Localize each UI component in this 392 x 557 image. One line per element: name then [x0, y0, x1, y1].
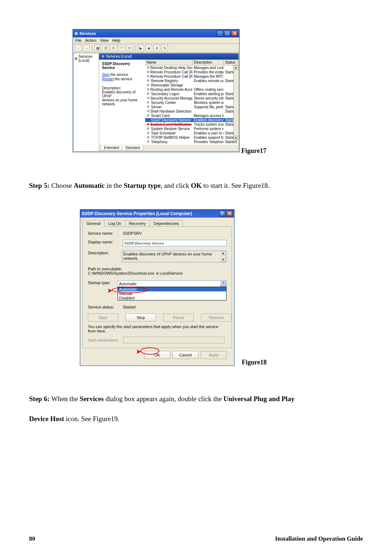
restart-link[interactable]: Restart	[102, 77, 114, 81]
service-row[interactable]: ⚙TelephonyProvides Telephony ...Started	[145, 140, 238, 144]
service-row[interactable]: ⚙ServerSupports file, print, a...Started	[145, 105, 238, 109]
description-box[interactable]: Enables discovery of UPnP devices on you…	[122, 251, 226, 262]
gear-icon: ⚙	[147, 109, 150, 113]
start-service-icon[interactable]: ▶	[138, 45, 144, 51]
col-description[interactable]: Description	[192, 60, 224, 65]
start-button[interactable]: Start	[88, 314, 118, 322]
pause-service-icon[interactable]: ⏸	[154, 45, 160, 51]
service-row[interactable]: ⚙Smart CardManages access to s...	[145, 113, 238, 118]
service-row[interactable]: ⚙TelnetEnables a remote us...	[145, 144, 238, 145]
detail-service-name: SSDP Discovery Service	[102, 62, 143, 70]
step6-text: Step 6: When the Services dialog box app…	[29, 389, 363, 429]
export-icon[interactable]: ⎘	[110, 45, 117, 51]
service-row[interactable]: ⚙SSDP Discovery ServiceEnables discovery…	[145, 118, 238, 122]
properties-icon[interactable]: ☰	[102, 45, 109, 51]
toolbar: ← → ▦ ☰ ⎘ ? ⟳ ▶ ■ ⏸ ↻	[73, 43, 239, 53]
gear-icon: ⚙	[147, 114, 150, 117]
close-button[interactable]: ✕	[231, 31, 238, 36]
gear-icon: ⚙	[147, 136, 150, 139]
display-name-label: Display name:	[88, 240, 123, 244]
properties-dialog: SSDP Discovery Service Properties (Local…	[80, 209, 234, 366]
tab-dependencies[interactable]: Dependencies	[150, 220, 183, 227]
vertical-scrollbar[interactable]: ▲ ▼	[233, 65, 238, 140]
gear-icon: ⚙	[147, 70, 150, 74]
page-number: 80	[29, 535, 35, 542]
help-icon[interactable]: ?	[118, 45, 125, 51]
service-row[interactable]: ⚙Remote RegistryEnables remote user...St…	[145, 78, 238, 83]
help-button[interactable]: ?	[219, 211, 225, 217]
stop-button[interactable]: Stop	[126, 314, 156, 322]
startup-type-combo[interactable]: Automatic ▼	[118, 280, 226, 287]
scroll-up-icon[interactable]: ▲	[221, 251, 225, 255]
pause-button[interactable]: Pause	[163, 314, 194, 322]
display-name-input[interactable]	[123, 240, 226, 246]
service-row[interactable]: ⚙Routing and Remote AccessOffers routing…	[145, 87, 238, 92]
stop-link[interactable]: Stop	[102, 73, 110, 77]
toolbar-icon[interactable]: ▦	[94, 45, 101, 51]
service-row[interactable]: ⚙Removable Storage	[145, 83, 238, 87]
service-status-value: Started	[123, 305, 226, 309]
col-status[interactable]: Status	[224, 60, 238, 65]
figure17-label: Figure17	[241, 147, 363, 155]
figure18-container: SSDP Discovery Service Properties (Local…	[80, 209, 363, 366]
description-line: devices on your home network.	[102, 98, 143, 106]
refresh-icon[interactable]: ⟳	[126, 45, 133, 51]
tab-recovery[interactable]: Recovery	[125, 220, 150, 227]
maximize-button[interactable]: □	[224, 31, 230, 36]
tab-extended[interactable]: Extended	[101, 145, 122, 150]
page-footer: 80 Installation and Operation Guide	[29, 535, 363, 542]
service-row[interactable]: ⚙Remote Procedure Call (RPC)Provides the…	[145, 70, 238, 74]
description-line: Enables discovery of UPnP	[102, 90, 143, 98]
stop-service-icon[interactable]: ■	[146, 45, 152, 51]
menu-action[interactable]: Action	[85, 38, 97, 43]
service-row[interactable]: ⚙TCP/IP NetBIOS HelperEnables support fo…	[145, 135, 238, 140]
menu-help[interactable]: Help	[112, 38, 121, 43]
gear-icon: ⚙	[147, 105, 150, 109]
menu-file[interactable]: File	[75, 38, 82, 43]
service-row[interactable]: ⚙Secondary LogonEnables starting pro...S…	[145, 92, 238, 96]
gear-icon: ⚙	[147, 66, 150, 69]
service-row[interactable]: ⚙Remote Procedure Call (RPC)...Manages t…	[145, 74, 238, 78]
menu-view[interactable]: View	[100, 38, 109, 43]
parameters-note: You can specify the start parameters tha…	[88, 324, 226, 333]
services-window: ⚙ Services _ □ ✕ File Action View Help ←…	[73, 29, 240, 152]
service-row[interactable]: ⚙Shell Hardware DetectionStarted	[145, 109, 238, 113]
service-name-value: SSDPSRV	[123, 231, 226, 235]
red-arrow-annotation: ➤	[136, 348, 141, 355]
tab-logon[interactable]: Log On	[104, 220, 125, 227]
close-button[interactable]: ✕	[226, 211, 233, 217]
option-disabled[interactable]: Disabled	[118, 296, 226, 300]
resume-button[interactable]: Resume	[201, 314, 232, 322]
tab-standard[interactable]: Standard	[122, 145, 143, 150]
scroll-down-icon[interactable]: ▼	[234, 136, 238, 140]
gear-icon: ⚙	[147, 96, 150, 100]
tab-general[interactable]: General	[82, 220, 105, 227]
footer-title: Installation and Operation Guide	[275, 535, 363, 542]
service-row[interactable]: ⚙Security CenterMonitors system sec...	[145, 100, 238, 105]
service-row[interactable]: ⚙Security Accounts ManagerStores securit…	[145, 96, 238, 100]
service-row[interactable]: ⚙System Restore ServicePerforms system r…	[145, 126, 238, 131]
dialog-tabs: General Log On Recovery Dependencies	[82, 220, 232, 227]
scroll-up-icon[interactable]: ▲	[234, 65, 238, 70]
start-parameters-input[interactable]	[123, 337, 225, 343]
tree-services-local[interactable]: ⚙ Services (Local)	[74, 55, 98, 62]
column-headers: Name Description Status	[145, 60, 238, 65]
cancel-button[interactable]: Cancel	[172, 351, 199, 359]
service-status-label: Service status:	[88, 305, 123, 309]
service-row[interactable]: ⚙Remote Desktop Help Sessio...Manages an…	[145, 65, 238, 70]
minimize-button[interactable]: _	[217, 31, 223, 36]
service-list: Name Description Status ⚙Remote Desktop …	[145, 60, 238, 145]
scroll-down-icon[interactable]: ▼	[221, 258, 225, 262]
chevron-down-icon[interactable]: ▼	[221, 281, 226, 287]
apply-button[interactable]: Apply	[201, 351, 227, 359]
col-name[interactable]: Name	[145, 60, 192, 65]
forward-button[interactable]: →	[83, 45, 90, 51]
path-label: Path to executable:	[88, 267, 226, 271]
step5-text: Step 5: Choose Automatic in the Startup …	[29, 180, 363, 191]
service-row[interactable]: ⚙System Event NotificationTracks system …	[145, 122, 238, 126]
restart-service-icon[interactable]: ↻	[162, 45, 168, 51]
tree-pane: ⚙ Services (Local)	[74, 53, 99, 151]
title-bar: ⚙ Services _ □ ✕	[73, 29, 239, 37]
back-button[interactable]: ←	[75, 45, 82, 51]
service-row[interactable]: ⚙Task SchedulerEnables a user to co...St…	[145, 131, 238, 135]
